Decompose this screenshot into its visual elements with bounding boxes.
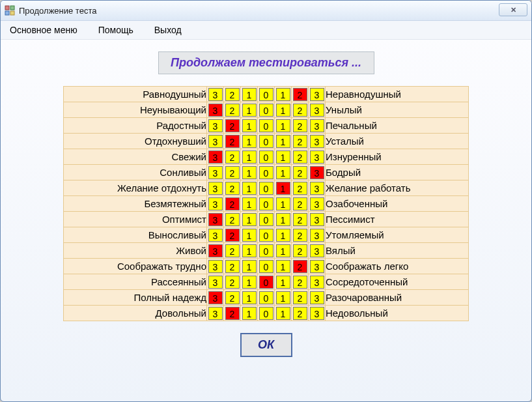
scale-tile[interactable]: 3 bbox=[208, 307, 223, 320]
scale-tile[interactable]: 1 bbox=[242, 276, 257, 289]
scale-tile[interactable]: 1 bbox=[276, 197, 290, 210]
scale-tile[interactable]: 0 bbox=[259, 260, 273, 273]
scale-tile[interactable]: 0 bbox=[259, 104, 273, 117]
scale-tile[interactable]: 2 bbox=[225, 260, 240, 273]
scale-tile[interactable]: 1 bbox=[242, 182, 257, 195]
scale-tile[interactable]: 3 bbox=[310, 213, 324, 226]
scale-tile[interactable]: 1 bbox=[242, 135, 257, 148]
scale-tile[interactable]: 3 bbox=[310, 307, 324, 320]
scale-tile[interactable]: 3 bbox=[208, 276, 223, 289]
scale-tile[interactable]: 1 bbox=[276, 135, 290, 148]
scale-tile[interactable]: 3 bbox=[208, 244, 223, 257]
scale-tile[interactable]: 1 bbox=[276, 276, 290, 289]
scale-tile[interactable]: 2 bbox=[225, 135, 240, 148]
scale-tile[interactable]: 3 bbox=[310, 260, 324, 273]
scale-tile[interactable]: 2 bbox=[225, 229, 240, 242]
scale-tile[interactable]: 1 bbox=[276, 291, 290, 304]
scale-tile[interactable]: 1 bbox=[242, 291, 257, 304]
scale-tile[interactable]: 3 bbox=[208, 135, 223, 148]
scale-tile[interactable]: 0 bbox=[259, 276, 273, 289]
scale-tile[interactable]: 3 bbox=[208, 151, 223, 164]
ok-button[interactable]: ОК bbox=[240, 333, 292, 357]
scale-tile[interactable]: 2 bbox=[225, 197, 240, 210]
scale-tile[interactable]: 2 bbox=[225, 213, 240, 226]
scale-tile[interactable]: 3 bbox=[208, 260, 223, 273]
scale-tile[interactable]: 1 bbox=[242, 307, 257, 320]
scale-tile[interactable]: 2 bbox=[293, 276, 307, 289]
scale-tile[interactable]: 0 bbox=[259, 213, 273, 226]
scale-tile[interactable]: 1 bbox=[242, 260, 257, 273]
scale-tile[interactable]: 2 bbox=[293, 151, 307, 164]
scale-tile[interactable]: 1 bbox=[276, 244, 290, 257]
scale-tile[interactable]: 3 bbox=[208, 88, 223, 101]
scale-tile[interactable]: 0 bbox=[259, 166, 273, 179]
scale-tile[interactable]: 2 bbox=[293, 229, 307, 242]
scale-tile[interactable]: 1 bbox=[276, 166, 290, 179]
scale-tile[interactable]: 2 bbox=[225, 119, 240, 132]
scale-tile[interactable]: 3 bbox=[208, 119, 223, 132]
scale-tile[interactable]: 0 bbox=[259, 307, 273, 320]
scale-tile[interactable]: 0 bbox=[259, 88, 273, 101]
scale-tile[interactable]: 0 bbox=[259, 182, 273, 195]
scale-tile[interactable]: 2 bbox=[225, 291, 240, 304]
scale-tile[interactable]: 2 bbox=[293, 119, 307, 132]
scale-tile[interactable]: 2 bbox=[293, 213, 307, 226]
scale-tile[interactable]: 1 bbox=[242, 197, 257, 210]
scale-tile[interactable]: 3 bbox=[310, 151, 324, 164]
scale-tile[interactable]: 2 bbox=[225, 88, 240, 101]
scale-tile[interactable]: 2 bbox=[293, 166, 307, 179]
scale-tile[interactable]: 2 bbox=[225, 244, 240, 257]
scale-tile[interactable]: 1 bbox=[242, 88, 257, 101]
scale-tile[interactable]: 1 bbox=[276, 260, 290, 273]
scale-tile[interactable]: 3 bbox=[310, 244, 324, 257]
scale-tile[interactable]: 3 bbox=[208, 213, 223, 226]
scale-tile[interactable]: 0 bbox=[259, 291, 273, 304]
scale-tile[interactable]: 3 bbox=[208, 166, 223, 179]
menu-help[interactable]: Помощь bbox=[96, 23, 136, 36]
scale-tile[interactable]: 3 bbox=[208, 104, 223, 117]
scale-tile[interactable]: 3 bbox=[310, 104, 324, 117]
scale-tile[interactable]: 0 bbox=[259, 229, 273, 242]
scale-tile[interactable]: 1 bbox=[242, 119, 257, 132]
scale-tile[interactable]: 1 bbox=[242, 213, 257, 226]
scale-tile[interactable]: 2 bbox=[225, 166, 240, 179]
scale-tile[interactable]: 1 bbox=[276, 229, 290, 242]
scale-tile[interactable]: 3 bbox=[310, 88, 324, 101]
scale-tile[interactable]: 3 bbox=[310, 135, 324, 148]
scale-tile[interactable]: 2 bbox=[225, 104, 240, 117]
scale-tile[interactable]: 1 bbox=[276, 119, 290, 132]
scale-tile[interactable]: 1 bbox=[276, 104, 290, 117]
menu-exit[interactable]: Выход bbox=[152, 23, 184, 36]
scale-tile[interactable]: 2 bbox=[225, 182, 240, 195]
scale-tile[interactable]: 2 bbox=[293, 307, 307, 320]
scale-tile[interactable]: 2 bbox=[293, 244, 307, 257]
scale-tile[interactable]: 1 bbox=[242, 229, 257, 242]
scale-tile[interactable]: 3 bbox=[208, 197, 223, 210]
scale-tile[interactable]: 0 bbox=[259, 119, 273, 132]
scale-tile[interactable]: 2 bbox=[293, 104, 307, 117]
scale-tile[interactable]: 2 bbox=[293, 291, 307, 304]
scale-tile[interactable]: 1 bbox=[242, 244, 257, 257]
scale-tile[interactable]: 2 bbox=[293, 182, 307, 195]
scale-tile[interactable]: 3 bbox=[310, 291, 324, 304]
window-close-button[interactable]: ✕ bbox=[499, 3, 527, 16]
scale-tile[interactable]: 2 bbox=[225, 276, 240, 289]
scale-tile[interactable]: 2 bbox=[225, 151, 240, 164]
scale-tile[interactable]: 3 bbox=[310, 166, 324, 179]
scale-tile[interactable]: 1 bbox=[276, 213, 290, 226]
scale-tile[interactable]: 0 bbox=[259, 244, 273, 257]
scale-tile[interactable]: 3 bbox=[208, 229, 223, 242]
scale-tile[interactable]: 3 bbox=[208, 182, 223, 195]
scale-tile[interactable]: 1 bbox=[242, 151, 257, 164]
scale-tile[interactable]: 3 bbox=[310, 119, 324, 132]
scale-tile[interactable]: 1 bbox=[276, 307, 290, 320]
scale-tile[interactable]: 3 bbox=[310, 182, 324, 195]
scale-tile[interactable]: 3 bbox=[310, 276, 324, 289]
scale-tile[interactable]: 2 bbox=[293, 260, 307, 273]
scale-tile[interactable]: 1 bbox=[242, 166, 257, 179]
scale-tile[interactable]: 1 bbox=[276, 182, 290, 195]
scale-tile[interactable]: 2 bbox=[293, 88, 307, 101]
scale-tile[interactable]: 0 bbox=[259, 197, 273, 210]
scale-tile[interactable]: 1 bbox=[242, 104, 257, 117]
scale-tile[interactable]: 0 bbox=[259, 135, 273, 148]
